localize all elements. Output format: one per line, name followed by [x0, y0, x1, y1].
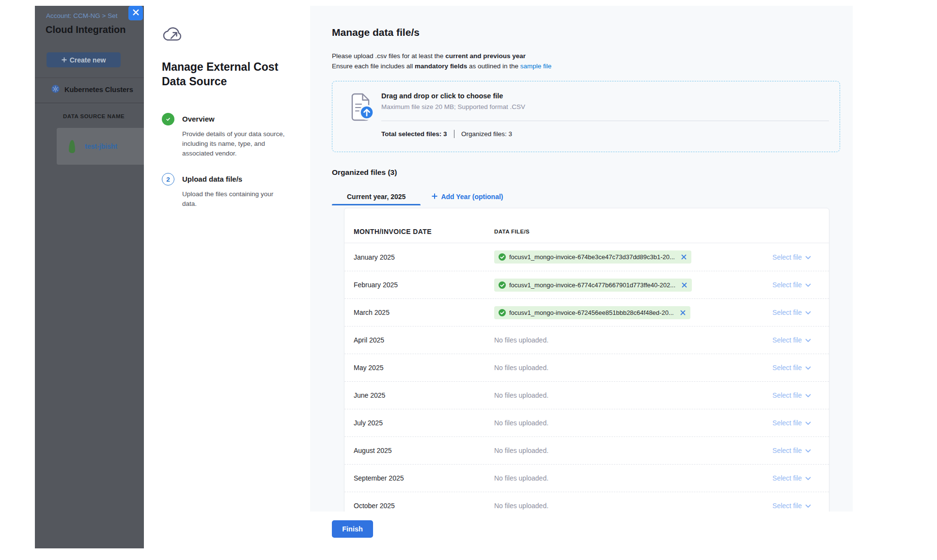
select-file-label: Select file [772, 336, 802, 344]
kubernetes-icon [51, 84, 60, 95]
breadcrumb[interactable]: Account: CCM-NG > Set [46, 12, 117, 19]
sample-file-link[interactable]: sample file [520, 62, 552, 70]
main-column: Manage data file/s Please upload .csv fi… [310, 6, 853, 548]
month-label: July 2025 [354, 419, 494, 427]
data-file-cell: No files uploaded. [494, 419, 772, 427]
mongodb-leaf-icon [69, 140, 75, 153]
wizard-steps: Overview Provide details of your data so… [162, 113, 292, 209]
panel-title: Manage data file/s [332, 6, 840, 38]
create-new-button[interactable]: Create new [47, 52, 121, 67]
monthly-files-table: MONTH/INVOICE DATE DATA FILE/S January 2… [344, 208, 829, 512]
data-file-cell: No files uploaded. [494, 474, 772, 482]
add-year-button[interactable]: Add Year (optional) [432, 187, 503, 205]
select-file-label: Select file [772, 253, 802, 261]
empty-text: No files uploaded. [494, 391, 548, 399]
file-totals: Total selected files: 3 Organized files:… [381, 130, 829, 138]
select-file-dropdown[interactable]: Select file [772, 281, 811, 289]
file-chip-label: focusv1_mongo-invoice-674be3ce47c73d37dd… [509, 253, 675, 261]
table-row: April 2025 No files uploaded. Select fil… [344, 326, 829, 354]
year-tabs: Current year, 2025 Add Year (optional) [332, 187, 840, 205]
organized-files-heading: Organized files (3) [332, 168, 840, 177]
create-new-label: Create new [70, 56, 106, 64]
empty-text: No files uploaded. [494, 364, 548, 372]
chevron-down-icon [805, 419, 811, 427]
empty-text: No files uploaded. [494, 419, 548, 427]
select-file-dropdown[interactable]: Select file [772, 336, 811, 344]
chevron-down-icon [805, 309, 811, 316]
manage-data-files-panel: Manage data file/s Please upload .csv fi… [310, 6, 853, 512]
step-label: Overview [182, 113, 215, 125]
chevron-down-icon [805, 502, 811, 510]
data-file-cell: focusv1_mongo-invoice-672456ee851bbb28c6… [494, 306, 772, 319]
month-label: August 2025 [354, 447, 494, 454]
table-row: February 2025 focusv1_mongo-invoice-6774… [344, 271, 829, 298]
data-file-cell: No files uploaded. [494, 364, 772, 372]
dropzone-body: Drag and drop or click to choose file Ma… [381, 92, 829, 152]
select-file-label: Select file [772, 474, 802, 482]
dropzone-title: Drag and drop or click to choose file [381, 92, 829, 100]
select-file-dropdown[interactable]: Select file [772, 502, 811, 510]
chip-check-icon [499, 309, 506, 316]
table-header-row: MONTH/INVOICE DATE DATA FILE/S [344, 208, 829, 243]
chevron-down-icon [805, 474, 811, 482]
file-chip: focusv1_mongo-invoice-674be3ce47c73d37dd… [494, 250, 691, 264]
select-file-label: Select file [772, 281, 802, 289]
select-file-dropdown[interactable]: Select file [772, 391, 811, 399]
select-file-label: Select file [772, 391, 802, 399]
chip-check-icon [499, 281, 506, 289]
finish-button[interactable]: Finish [332, 520, 373, 538]
close-button[interactable] [128, 6, 143, 20]
column-header-data-source-name: DATA SOURCE NAME [63, 113, 125, 119]
data-file-cell: focusv1_mongo-invoice-674be3ce47c73d37dd… [494, 250, 772, 264]
month-label: January 2025 [354, 253, 494, 261]
instruction-line-1: Please upload .csv files for at least th… [332, 51, 840, 61]
divider [381, 121, 829, 121]
chip-remove-icon[interactable] [681, 254, 687, 260]
instruction-line-2: Ensure each file includes all mandatory … [332, 61, 840, 71]
data-source-row[interactable]: test-jbisht [57, 128, 144, 165]
chip-remove-icon[interactable] [682, 282, 687, 288]
table-row: March 2025 focusv1_mongo-invoice-672456e… [344, 298, 829, 326]
plus-icon [432, 193, 437, 201]
file-chip-label: focusv1_mongo-invoice-6774c477b667901d77… [509, 281, 675, 289]
select-file-label: Select file [772, 502, 802, 510]
select-file-dropdown[interactable]: Select file [772, 474, 811, 482]
page-title: Cloud Integration [46, 24, 126, 35]
document-upload-icon [348, 92, 381, 152]
select-file-dropdown[interactable]: Select file [772, 309, 811, 316]
file-chip-label: focusv1_mongo-invoice-672456ee851bbb28c6… [509, 309, 674, 316]
select-file-dropdown[interactable]: Select file [772, 364, 811, 372]
step-label: Upload data file/s [182, 173, 242, 186]
step-upload-header[interactable]: 2 Upload data file/s [162, 173, 292, 186]
divider [454, 130, 455, 138]
file-dropzone[interactable]: Drag and drop or click to choose file Ma… [332, 81, 840, 152]
step-overview: Overview Provide details of your data so… [162, 113, 292, 158]
add-year-label: Add Year (optional) [441, 193, 503, 201]
data-source-link[interactable]: test-jbisht [85, 142, 117, 150]
dropzone-subtitle: Maximum file size 20 MB; Supported forma… [381, 103, 829, 110]
tab-kubernetes-clusters[interactable]: Kubernetes Clusters [51, 84, 133, 95]
select-file-dropdown[interactable]: Select file [772, 447, 811, 454]
table-row: January 2025 focusv1_mongo-invoice-674be… [344, 243, 829, 271]
month-label: April 2025 [354, 336, 494, 344]
data-file-cell: No files uploaded. [494, 447, 772, 454]
table-row: May 2025 No files uploaded. Select file [344, 354, 829, 381]
step-overview-header[interactable]: Overview [162, 113, 292, 125]
instructions: Please upload .csv files for at least th… [332, 51, 840, 71]
chip-remove-icon[interactable] [680, 310, 686, 315]
table-row: August 2025 No files uploaded. Select fi… [344, 436, 829, 464]
tab-current-year[interactable]: Current year, 2025 [332, 187, 421, 205]
chevron-down-icon [805, 391, 811, 399]
plus-icon [62, 56, 67, 64]
month-label: September 2025 [354, 474, 494, 482]
chevron-down-icon [805, 253, 811, 261]
month-label: October 2025 [354, 502, 494, 510]
file-chip: focusv1_mongo-invoice-6774c477b667901d77… [494, 279, 692, 292]
select-file-dropdown[interactable]: Select file [772, 253, 811, 261]
drawer-footer: Finish [310, 512, 853, 548]
select-file-label: Select file [772, 364, 802, 372]
table-row: July 2025 No files uploaded. Select file [344, 409, 829, 436]
select-file-dropdown[interactable]: Select file [772, 419, 811, 427]
empty-text: No files uploaded. [494, 474, 548, 482]
close-icon [133, 9, 139, 17]
